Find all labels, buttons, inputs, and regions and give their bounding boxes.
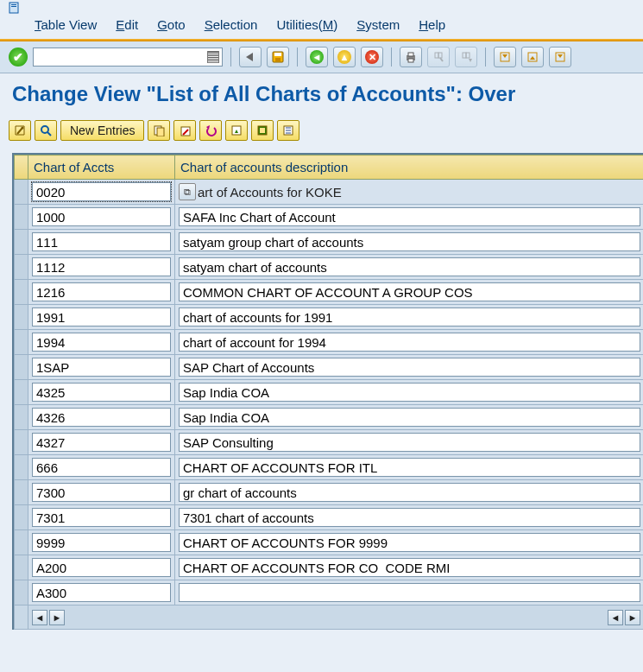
row-selector[interactable] [15,380,28,405]
scroll-left-button[interactable]: ◄ [32,610,47,625]
cell-desc[interactable] [175,555,644,580]
table-row[interactable]: ⧉art of Accounts for KOKE [15,180,644,205]
menu-edit[interactable]: Edit [116,17,138,32]
cell-desc[interactable] [175,530,644,555]
nav-back-button[interactable]: ◄ [306,47,328,67]
row-selector[interactable] [15,405,28,430]
cell-code[interactable] [28,455,175,480]
col-header-desc[interactable]: Chart of accounts description [175,155,644,180]
desc-input[interactable] [179,232,640,251]
code-input[interactable] [32,458,171,477]
cell-desc[interactable] [175,255,644,280]
cell-desc[interactable] [175,430,644,455]
cell-desc[interactable] [175,355,644,380]
cell-code[interactable] [28,405,175,430]
row-selector[interactable] [15,505,28,530]
cell-desc[interactable]: ⧉art of Accounts for KOKE [175,180,644,205]
desc-input[interactable] [179,282,640,301]
table-row[interactable] [15,480,644,505]
cell-code[interactable] [28,580,175,605]
code-input[interactable] [32,207,171,226]
row-selector[interactable] [15,255,28,280]
nav-exit-button[interactable]: ▲ [333,47,356,67]
row-selector[interactable] [15,230,28,255]
cell-code[interactable] [28,380,175,405]
code-input[interactable] [32,558,171,577]
table-row[interactable] [15,280,644,305]
desc-input[interactable] [179,433,640,452]
save-button[interactable] [267,47,289,67]
table-row[interactable] [15,505,644,530]
menu-selection[interactable]: Selection [205,17,258,32]
row-selector[interactable] [15,580,28,605]
cell-code[interactable] [28,505,175,530]
table-row[interactable] [15,555,644,580]
row-selector[interactable] [15,355,28,380]
desc-input[interactable] [179,508,640,527]
cell-desc[interactable] [175,455,644,480]
desc-input[interactable] [179,207,640,226]
enter-button[interactable]: ✔ [9,48,28,67]
code-input[interactable] [32,383,171,402]
cell-code[interactable] [28,355,175,380]
first-page-button[interactable] [494,47,516,67]
code-input[interactable] [32,182,171,201]
code-input[interactable] [32,533,171,552]
menu-help[interactable]: Help [419,17,445,32]
cell-desc[interactable] [175,280,644,305]
find-button[interactable] [427,47,450,67]
cell-desc[interactable] [175,205,644,230]
row-selector[interactable] [15,280,28,305]
table-row[interactable] [15,230,644,255]
cell-code[interactable] [28,305,175,330]
row-selector[interactable] [15,455,28,480]
cell-code[interactable] [28,180,175,205]
table-row[interactable] [15,430,644,455]
cell-desc[interactable] [175,230,644,255]
menu-goto[interactable]: Goto [157,17,186,32]
code-input[interactable] [32,483,171,502]
table-row[interactable] [15,355,644,380]
code-input[interactable] [32,508,171,527]
table-row[interactable] [15,305,644,330]
cell-code[interactable] [28,555,175,580]
table-row[interactable] [15,530,644,555]
cell-desc[interactable] [175,480,644,505]
row-selector[interactable] [15,480,28,505]
cell-code[interactable] [28,530,175,555]
desc-input[interactable] [179,383,640,402]
code-input[interactable] [32,408,171,427]
table-row[interactable] [15,205,644,230]
code-input[interactable] [32,257,171,276]
cell-code[interactable] [28,205,175,230]
value-help-icon[interactable]: ⧉ [179,183,196,200]
code-input[interactable] [32,583,171,602]
row-selector[interactable] [15,555,28,580]
table-row[interactable] [15,455,644,480]
row-selector[interactable] [15,305,28,330]
details-button[interactable] [9,120,31,141]
desc-input[interactable] [179,583,640,602]
desc-input[interactable] [179,408,640,427]
cell-desc[interactable] [175,305,644,330]
desc-input[interactable] [179,307,640,326]
table-row[interactable] [15,255,644,280]
back-button[interactable] [239,47,262,67]
table-row[interactable] [15,405,644,430]
select-block-button[interactable] [251,120,274,141]
delete-button[interactable] [173,120,196,141]
cell-desc[interactable] [175,380,644,405]
row-selector[interactable] [15,430,28,455]
cell-code[interactable] [28,430,175,455]
code-input[interactable] [32,358,171,377]
address-button[interactable] [35,120,57,141]
table-row[interactable] [15,330,644,355]
next-page-button[interactable] [549,47,571,67]
cell-code[interactable] [28,330,175,355]
select-all-button[interactable] [225,120,248,141]
scroll-right-end-button[interactable]: ► [625,610,640,625]
code-input[interactable] [32,282,171,301]
row-selector-header[interactable] [15,155,28,180]
copy-as-button[interactable] [148,120,170,141]
row-selector[interactable] [15,330,28,355]
